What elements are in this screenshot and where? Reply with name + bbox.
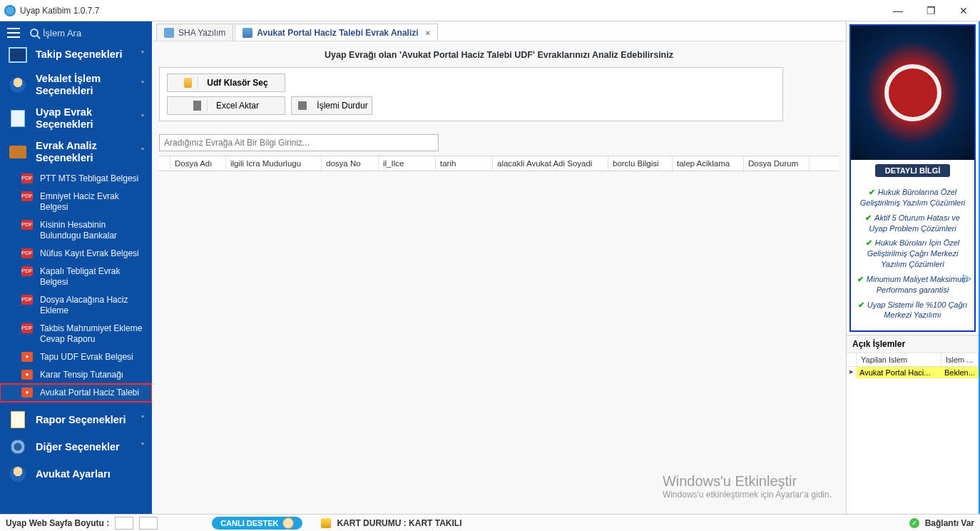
grid-header-avukat[interactable]: alacakli Avukat Adi Soyadi: [493, 156, 608, 171]
content-area: SHA Yazılım Avukat Portal Haciz Talebi E…: [152, 21, 846, 514]
live-support-label: CANLI DESTEK: [220, 519, 278, 527]
tab-icon: [243, 28, 252, 38]
sidebar-search[interactable]: İşlem Ara: [30, 28, 81, 39]
grid-header-talep[interactable]: talep Aciklama: [673, 156, 744, 171]
ad-panel: DETAYLI BİLGİ Hukuk Bürolarına Özel Geli…: [849, 24, 976, 332]
open-operations-panel: Açık İşlemler Yapilan Islem Islem ... ▸ …: [847, 335, 979, 378]
ops-row-name: Avukat Portal Haci...: [857, 367, 941, 378]
sub-label: Kisinin Hesabinin Bulundugu Bankalar: [40, 220, 145, 241]
nav-diger[interactable]: Diğer Seçenekler ˅: [0, 433, 152, 460]
grid-search-input[interactable]: [159, 134, 439, 151]
right-panel: DETAYLI BİLGİ Hukuk Bürolarına Özel Geli…: [846, 21, 979, 514]
stop-process-button[interactable]: İşlemi Durdur: [291, 96, 372, 115]
ad-item: Uyap Sistemi İle %100 Çağrı Merkezi Yazı…: [857, 300, 969, 321]
connection-ok-icon: ✓: [909, 518, 919, 528]
button-label: Udf Klasör Seç: [207, 78, 267, 88]
nav-avukat-ayar[interactable]: Avukat Ayarları: [0, 460, 152, 487]
tab-icon: [164, 28, 174, 38]
window-titlebar: Uyap Katibim 1.0.7.7 — ❐ ✕: [0, 0, 980, 21]
ops-header-islem[interactable]: Yapilan Islem: [857, 353, 941, 366]
window-minimize-button[interactable]: —: [882, 0, 914, 21]
sub-label: Karar Tensip Tutanağı: [40, 370, 145, 380]
support-avatar-icon: [282, 517, 294, 529]
pdf-icon: PDF: [21, 295, 33, 305]
tab-sha-yazilim[interactable]: SHA Yazılım: [156, 24, 233, 41]
sub-ptt-mts[interactable]: PDFPTT MTS Tebligat Belgesi: [0, 170, 152, 188]
chevron-down-icon: ˅: [141, 80, 145, 90]
frame-icon: [9, 46, 27, 64]
tab-label: Avukat Portal Haciz Talebi Evrak Analizi: [257, 28, 418, 38]
tab-label: SHA Yazılım: [178, 28, 225, 38]
grid-header-borclu[interactable]: borclu Bilgisi: [608, 156, 673, 171]
pdf-icon: PDF: [21, 191, 33, 201]
sub-label: PTT MTS Tebligat Belgesi: [40, 173, 145, 184]
window-maximize-button[interactable]: ❐: [914, 0, 947, 21]
ad-details-button[interactable]: DETAYLI BİLGİ: [875, 164, 951, 177]
sub-karar-tensip[interactable]: ●Karar Tensip Tutanağı: [0, 366, 152, 384]
watermark-sub: Windows'u etkinleştirmek için Ayarlar'a …: [663, 490, 832, 500]
pdf-icon: PDF: [21, 220, 33, 230]
sidebar: İşlem Ara Takip Seçenekleri ˅ Vekalet İş…: [0, 21, 152, 514]
nav-label: Avukat Ayarları: [36, 468, 145, 480]
gear-icon: [9, 438, 27, 456]
nav-uyap-evrak[interactable]: Uyap Evrak Seçenekleri ˅: [0, 102, 152, 136]
ad-item: Aktif 5 Oturum Hatası ve Uyap Problem Çö…: [857, 213, 969, 234]
page-size-input-1[interactable]: [115, 517, 133, 530]
ops-row[interactable]: ▸ Avukat Portal Haci... Beklen...: [847, 367, 979, 378]
evrak-analiz-sublist: PDFPTT MTS Tebligat Belgesi PDFEmniyet H…: [0, 168, 152, 406]
sub-tapu-udf[interactable]: ●Tapu UDF Evrak Belgesi: [0, 348, 152, 366]
chevron-down-icon: ˅: [141, 113, 145, 123]
ops-header-row: Yapilan Islem Islem ...: [847, 353, 979, 367]
toolbar: Udf Klasör Seç Excel Aktar İşlemi Durdur: [159, 67, 783, 121]
pdf-icon: PDF: [21, 323, 33, 333]
sub-dosya-alacagi[interactable]: PDFDosya Alacağına Haciz Ekleme: [0, 291, 152, 320]
button-label: İşlemi Durdur: [317, 101, 367, 111]
nav-vekalet-islem[interactable]: Vekalet İşlem Seçenekleri ˅: [0, 69, 152, 102]
tab-close-icon[interactable]: ×: [426, 29, 430, 37]
ad-item: Minumum Maliyet Maksimum Performans gara…: [857, 274, 969, 295]
sub-label: Emniyet Haciz Evrak Belgesi: [40, 191, 145, 213]
lawyer-icon: [9, 465, 27, 483]
page-size-input-2[interactable]: [139, 517, 158, 530]
open-operations-title: Açık İşlemler: [847, 335, 979, 353]
hamburger-icon[interactable]: [7, 28, 20, 38]
expand-right-arrow-icon[interactable]: ▷: [963, 271, 977, 285]
document-icon: [9, 109, 27, 128]
nav-takip-secenekleri[interactable]: Takip Seçenekleri ˅: [0, 41, 152, 69]
sub-takbis[interactable]: PDFTakbis Mahrumiyet Ekleme Cevap Raporu: [0, 320, 152, 348]
grid-header-durum[interactable]: Dosya Durum: [744, 156, 810, 171]
sub-hesap-banka[interactable]: PDFKisinin Hesabinin Bulundugu Bankalar: [0, 216, 152, 245]
sub-avukat-portal-haciz[interactable]: ●Avukat Portal Haciz Talebi: [0, 384, 152, 402]
sidebar-search-placeholder: İşlem Ara: [43, 28, 81, 39]
sub-emniyet[interactable]: PDFEmniyet Haciz Evrak Belgesi: [0, 188, 152, 216]
grid-header-tarih[interactable]: tarih: [436, 156, 493, 171]
nav-label: Diğer Seçenekler: [36, 441, 132, 453]
nav-evrak-analiz[interactable]: Evrak Analiz Seçenekleri ˄: [0, 136, 152, 169]
live-support-button[interactable]: CANLI DESTEK: [212, 517, 302, 530]
excel-export-button[interactable]: Excel Aktar: [167, 96, 285, 115]
grid-row-selector-header[interactable]: [159, 156, 170, 171]
sub-label: Kapalı Tebligat Evrak Belgesi: [40, 266, 145, 288]
sub-label: Dosya Alacağına Haciz Ekleme: [40, 295, 145, 316]
windows-activation-watermark: Windows'u Etkinleştir Windows'u etkinleş…: [663, 473, 832, 500]
chevron-up-icon: ˄: [141, 147, 145, 157]
nav-label: Evrak Analiz Seçenekleri: [36, 140, 132, 165]
sub-label: Takbis Mahrumiyet Ekleme Cevap Raporu: [40, 323, 145, 345]
tab-bar: SHA Yazılım Avukat Portal Haciz Talebi E…: [152, 21, 846, 41]
ops-row-status: Beklen...: [941, 367, 979, 378]
sub-nufus[interactable]: PDFNüfus Kayıt Evrak Belgesi: [0, 245, 152, 263]
pdf-icon: PDF: [21, 266, 33, 276]
sub-kapali-tebligat[interactable]: PDFKapalı Tebligat Evrak Belgesi: [0, 263, 152, 291]
tab-haciz-analizi[interactable]: Avukat Portal Haciz Talebi Evrak Analizi…: [235, 24, 438, 41]
grid-header-dosya-no[interactable]: dosya No: [322, 156, 379, 171]
udf-icon: ●: [21, 352, 33, 362]
ops-header-marker[interactable]: [847, 353, 857, 366]
ops-header-durum[interactable]: Islem ...: [941, 353, 979, 366]
grid-header-icra[interactable]: ilgili Icra Mudurlugu: [226, 156, 322, 171]
udf-folder-select-button[interactable]: Udf Klasör Seç: [167, 74, 285, 92]
grid-header-il-ilce[interactable]: il_Ilce: [379, 156, 436, 171]
nav-rapor[interactable]: Rapor Seçenekleri ˅: [0, 406, 152, 433]
grid-header-dosya-adi[interactable]: Dosya Adı: [170, 156, 226, 171]
window-close-button[interactable]: ✕: [947, 0, 980, 21]
nav-label: Vekalet İşlem Seçenekleri: [36, 73, 132, 98]
